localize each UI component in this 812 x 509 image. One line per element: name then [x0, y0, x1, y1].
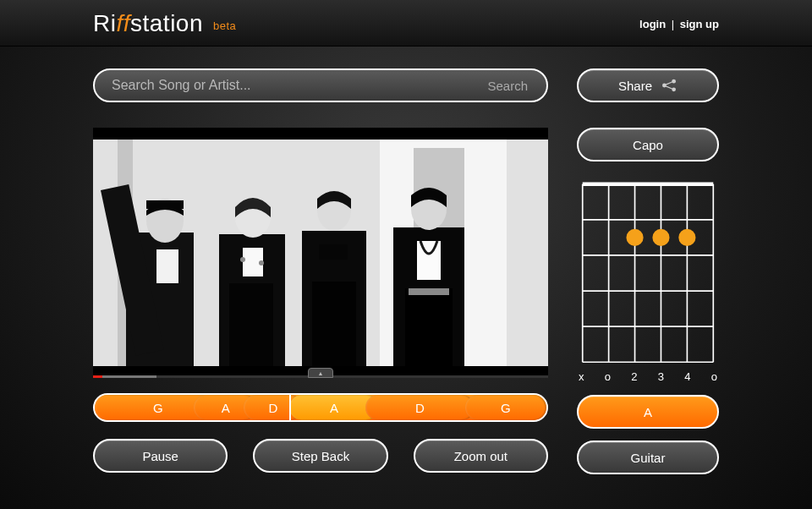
video-progress-played	[93, 375, 102, 378]
svg-line-27	[666, 82, 672, 85]
svg-point-41	[626, 229, 643, 246]
search-row: Search	[93, 68, 548, 102]
search-button[interactable]: Search	[469, 79, 546, 93]
logo[interactable]: Riffstation beta	[93, 10, 236, 37]
svg-point-26	[672, 87, 676, 91]
logo-text-ri: Ri	[93, 10, 116, 37]
instrument-button[interactable]: Guitar	[577, 441, 719, 474]
chord-segment[interactable]: D	[365, 395, 474, 420]
share-button[interactable]: Share	[577, 68, 719, 102]
fret-label: 3	[658, 370, 664, 383]
search-input[interactable]	[95, 78, 469, 93]
video-expand-handle[interactable]	[308, 368, 333, 378]
svg-rect-23	[409, 288, 449, 295]
svg-point-42	[652, 229, 669, 246]
share-label: Share	[618, 79, 652, 93]
playhead[interactable]	[289, 393, 291, 422]
svg-rect-18	[319, 244, 348, 260]
video-progress-loaded	[93, 375, 156, 378]
current-chord-badge: A	[577, 395, 719, 429]
logo-text-station: station	[130, 10, 203, 37]
svg-rect-22	[405, 288, 453, 366]
svg-line-28	[666, 86, 672, 89]
svg-rect-17	[312, 282, 356, 366]
chord-diagram	[577, 178, 719, 368]
zoom-out-button[interactable]: Zoom out	[414, 439, 548, 473]
svg-point-25	[672, 79, 676, 84]
svg-rect-7	[156, 249, 178, 283]
top-bar: Riffstation beta login | sign up	[0, 0, 812, 47]
signup-link[interactable]: sign up	[680, 18, 719, 30]
svg-point-43	[678, 229, 695, 246]
pause-button[interactable]: Pause	[93, 439, 228, 473]
fret-label: o	[605, 370, 611, 383]
auth-separator: |	[669, 18, 677, 30]
share-icon	[661, 79, 678, 92]
fret-label: 4	[684, 370, 690, 383]
beta-badge: beta	[213, 19, 236, 32]
svg-point-24	[662, 84, 667, 88]
capo-button[interactable]: Capo	[577, 128, 719, 161]
logo-text-ff: ff	[116, 10, 130, 37]
svg-rect-12	[229, 283, 273, 366]
fret-label: 2	[631, 370, 637, 383]
chord-segment[interactable]: G	[465, 395, 546, 420]
svg-rect-6	[146, 200, 184, 209]
chord-timeline[interactable]: GADADG	[93, 393, 548, 422]
fret-label: x	[579, 370, 584, 383]
step-back-button[interactable]: Step Back	[253, 439, 387, 473]
fret-string-labels: xo234o	[577, 370, 719, 383]
svg-point-14	[259, 260, 264, 265]
fret-label: o	[711, 370, 717, 383]
transport-controls: Pause Step Back Zoom out	[93, 439, 548, 473]
auth-links: login | sign up	[639, 18, 719, 30]
svg-rect-21	[417, 241, 441, 280]
login-link[interactable]: login	[639, 18, 666, 30]
svg-point-13	[240, 257, 245, 262]
video-player[interactable]	[93, 128, 548, 378]
search-pill: Search	[93, 68, 548, 102]
video-thumbnail	[93, 140, 548, 366]
